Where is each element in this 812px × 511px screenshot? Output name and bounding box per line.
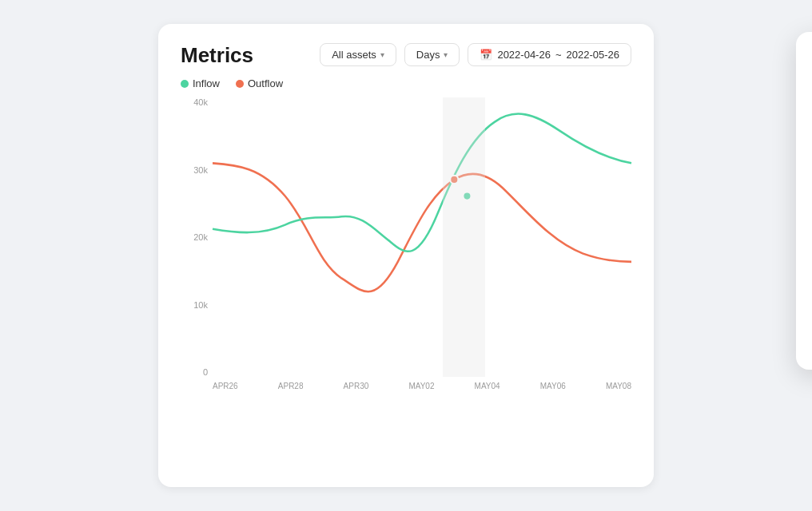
chart-svg-area xyxy=(213,97,631,377)
x-label-may02: MAY02 xyxy=(408,382,434,401)
chevron-down-icon: ▾ xyxy=(380,50,384,59)
metrics-card: Metrics All assets ▾ Days ▾ 📅 2022-04-26… xyxy=(158,24,654,487)
period-dropdown[interactable]: Days ▾ xyxy=(404,43,460,66)
y-axis: 40k 30k 20k 10k 0 xyxy=(181,97,213,377)
daily-report-panel: 2022.5.23 Daily Report × Revenue Expense… xyxy=(796,32,812,370)
outflow-dot xyxy=(236,80,244,88)
inflow-line xyxy=(213,114,631,252)
x-label-may08: MAY08 xyxy=(606,382,631,401)
x-axis: APR26 APR28 APR30 MAY02 MAY04 MAY06 MAY0… xyxy=(213,382,631,401)
x-label-apr26: APR26 xyxy=(213,382,238,401)
x-label-may06: MAY06 xyxy=(540,382,566,401)
y-label-10k: 10k xyxy=(193,300,208,310)
inflow-dot xyxy=(181,80,189,88)
calendar-icon: 📅 xyxy=(480,49,492,61)
y-label-40k: 40k xyxy=(193,97,208,107)
y-label-20k: 20k xyxy=(193,232,208,242)
x-label-apr30: APR30 xyxy=(344,382,369,401)
legend-outflow: Outflow xyxy=(236,77,283,89)
chart-area: 40k 30k 20k 10k 0 APR26 APR28 APR30 MAY xyxy=(181,97,631,401)
chart-svg xyxy=(213,97,631,377)
date-range-picker[interactable]: 📅 2022-04-26 ~ 2022-05-26 xyxy=(468,43,631,66)
x-label-apr28: APR28 xyxy=(278,382,304,401)
y-label-30k: 30k xyxy=(193,165,208,175)
y-label-0: 0 xyxy=(203,367,208,377)
legend-inflow: Inflow xyxy=(181,77,220,89)
highlight-band xyxy=(443,97,484,377)
chart-legend: Inflow Outflow xyxy=(181,77,631,89)
assets-dropdown[interactable]: All assets ▾ xyxy=(320,43,396,66)
toolbar: All assets ▾ Days ▾ 📅 2022-04-26 ~ 2022-… xyxy=(320,43,631,66)
x-label-may04: MAY04 xyxy=(475,382,500,401)
chevron-down-icon: ▾ xyxy=(444,50,448,59)
